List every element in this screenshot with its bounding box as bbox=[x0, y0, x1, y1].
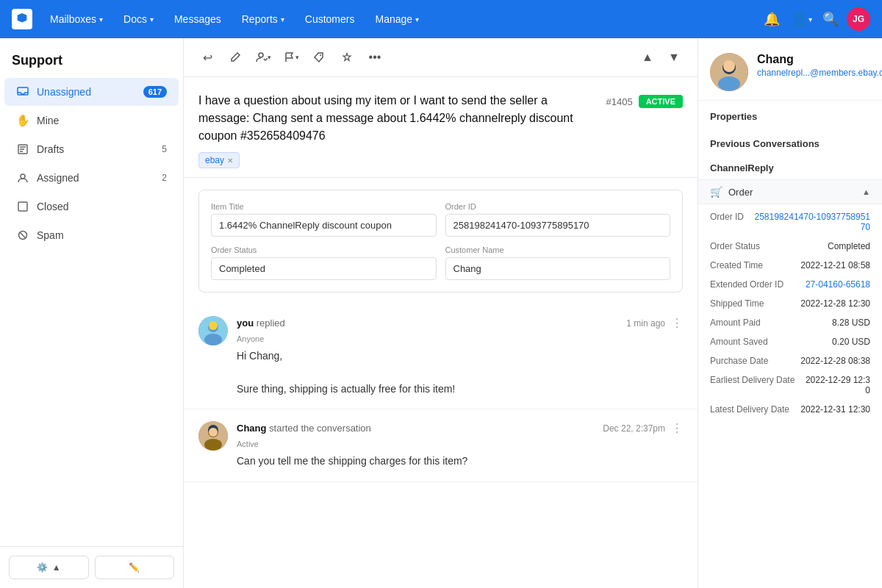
unassigned-badge: 617 bbox=[143, 86, 167, 98]
nav-mailboxes[interactable]: Mailboxes ▾ bbox=[41, 9, 112, 29]
customer-name-label: Customer Name bbox=[445, 245, 671, 254]
order-row-label: Order Status bbox=[710, 241, 760, 251]
svg-point-10 bbox=[204, 334, 222, 345]
nav-manage[interactable]: Manage ▾ bbox=[366, 9, 428, 29]
message-meta: Chang started the conversation Dec 22, 2… bbox=[237, 421, 683, 435]
tag-label: ebay bbox=[205, 155, 224, 165]
prev-message-button[interactable]: ▲ bbox=[636, 46, 659, 69]
svg-line-5 bbox=[21, 233, 26, 238]
chevron-down-icon: ▾ bbox=[281, 15, 284, 24]
assigned-badge: 2 bbox=[162, 173, 167, 183]
tag-remove-icon[interactable]: ✕ bbox=[227, 157, 233, 165]
sidebar-item-label: Assigned bbox=[37, 172, 79, 184]
order-row-value[interactable]: 258198241470-1093775895170 bbox=[750, 212, 870, 232]
conversation-meta: #1405 ACTIVE bbox=[606, 92, 684, 108]
more-button[interactable]: ••• bbox=[363, 46, 387, 69]
settings-label: ▲ bbox=[52, 562, 61, 573]
conversation-tags: ebay ✕ bbox=[198, 152, 683, 168]
sidebar-item-label: Drafts bbox=[37, 143, 64, 155]
next-message-button[interactable]: ▼ bbox=[662, 46, 686, 69]
order-info-card: Item Title Order ID Order Status Custome… bbox=[198, 190, 683, 293]
sidebar-item-unassigned[interactable]: Unassigned 617 bbox=[4, 78, 179, 106]
message-sender: you replied bbox=[237, 318, 285, 329]
message-text: Can you tell me the shipping charges for… bbox=[237, 453, 683, 469]
flag-button[interactable]: ▾ bbox=[279, 46, 303, 69]
right-panel: Chang channelrepl...@members.ebay.com ⋮ … bbox=[698, 38, 882, 588]
sidebar-footer: ⚙️ ▲ ✏️ bbox=[0, 546, 183, 588]
message-time-row: 1 min ago ⋮ bbox=[626, 316, 683, 330]
conversation-title: I have a question about using my item or… bbox=[198, 92, 598, 145]
order-detail-row: Amount Paid 8.28 USD bbox=[698, 313, 882, 332]
contact-avatar bbox=[710, 53, 748, 91]
nav-reports[interactable]: Reports ▾ bbox=[233, 9, 293, 29]
edit-button[interactable] bbox=[223, 46, 247, 69]
back-button[interactable]: ↩ bbox=[196, 46, 219, 69]
channelreply-label: ChannelReply bbox=[698, 155, 882, 179]
conversation-panel: ↩ ▾ ▾ ••• ▲ ▼ bbox=[184, 38, 698, 588]
avatar bbox=[198, 421, 228, 451]
avatar bbox=[198, 316, 228, 345]
svg-point-14 bbox=[204, 439, 222, 451]
order-id-input[interactable] bbox=[445, 214, 671, 237]
message-text: Hi Chang, Sure thing, shipping is actual… bbox=[237, 348, 683, 397]
svg-point-19 bbox=[723, 60, 735, 72]
assign-button[interactable]: ▾ bbox=[251, 46, 275, 69]
message-time: 1 min ago bbox=[626, 318, 665, 329]
svg-point-6 bbox=[259, 53, 263, 57]
order-status-label: Order Status bbox=[211, 245, 437, 254]
message-menu-button[interactable]: ⋮ bbox=[671, 316, 683, 330]
nav-messages[interactable]: Messages bbox=[165, 9, 230, 29]
sidebar-item-assigned[interactable]: Assigned 2 bbox=[4, 164, 179, 192]
closed-icon bbox=[16, 200, 29, 213]
user-settings-icon[interactable]: 👤 ▾ bbox=[788, 6, 814, 32]
main-layout: Support Unassigned 617 ✋ Mine Drafts 5 bbox=[0, 38, 882, 588]
order-row-value: 2022-12-28 12:30 bbox=[800, 298, 870, 309]
sidebar-item-mine[interactable]: ✋ Mine bbox=[4, 107, 179, 135]
hand-icon: ✋ bbox=[16, 114, 29, 127]
order-row-label: Amount Saved bbox=[710, 337, 768, 347]
customer-name-field: Customer Name bbox=[445, 245, 671, 280]
properties-section-header[interactable]: Properties bbox=[698, 101, 882, 128]
svg-rect-3 bbox=[18, 202, 27, 211]
chevron-down-icon: ▾ bbox=[295, 54, 299, 61]
message-menu-button[interactable]: ⋮ bbox=[671, 421, 683, 435]
order-row-value[interactable]: 27-04160-65618 bbox=[806, 279, 870, 290]
sidebar-item-spam[interactable]: Spam bbox=[4, 221, 179, 249]
contact-info: Chang channelrepl...@members.ebay.com bbox=[757, 53, 882, 78]
message-nav: ▲ ▼ bbox=[636, 46, 686, 69]
label-button[interactable] bbox=[307, 46, 331, 69]
svg-point-2 bbox=[21, 174, 25, 179]
previous-conversations-header[interactable]: Previous Conversations bbox=[698, 128, 882, 155]
order-detail-row: Order Status Completed bbox=[698, 237, 882, 256]
nav-customers[interactable]: Customers bbox=[296, 9, 364, 29]
message-sender-info: you replied bbox=[237, 318, 285, 329]
action-button[interactable] bbox=[335, 46, 359, 69]
order-row-label: Created Time bbox=[710, 260, 763, 270]
compose-button[interactable]: ✏️ bbox=[95, 556, 175, 579]
settings-button[interactable]: ⚙️ ▲ bbox=[9, 556, 89, 579]
order-status-input[interactable] bbox=[211, 257, 437, 280]
sidebar-item-label: Spam bbox=[37, 229, 64, 241]
conversation-header: I have a question about using my item or… bbox=[184, 77, 698, 178]
user-avatar[interactable]: JG bbox=[847, 7, 870, 31]
order-section-header[interactable]: 🛒 Order ▲ bbox=[698, 179, 882, 204]
contact-name: Chang bbox=[757, 53, 882, 66]
status-badge: ACTIVE bbox=[639, 95, 683, 108]
sidebar-item-drafts[interactable]: Drafts 5 bbox=[4, 135, 179, 163]
sidebar-item-closed[interactable]: Closed bbox=[4, 193, 179, 220]
message-item: you replied 1 min ago ⋮ Anyone Hi C bbox=[184, 304, 698, 409]
item-title-input[interactable] bbox=[211, 214, 437, 237]
tag-ebay[interactable]: ebay ✕ bbox=[198, 152, 240, 168]
chevron-down-icon: ▾ bbox=[268, 54, 271, 61]
nav-docs[interactable]: Docs ▾ bbox=[115, 9, 162, 29]
order-row-value: 0.20 USD bbox=[832, 337, 870, 347]
spam-icon bbox=[16, 229, 29, 242]
search-icon[interactable]: 🔍 bbox=[817, 6, 844, 32]
brand-logo[interactable] bbox=[12, 9, 32, 29]
conversation-id: #1405 bbox=[606, 96, 633, 107]
drafts-icon bbox=[16, 143, 29, 156]
chevron-down-icon: ▾ bbox=[99, 15, 103, 24]
customer-name-input[interactable] bbox=[445, 257, 671, 280]
notifications-icon[interactable]: 🔔 bbox=[759, 6, 785, 32]
contact-email[interactable]: channelrepl...@members.ebay.com bbox=[757, 68, 882, 78]
